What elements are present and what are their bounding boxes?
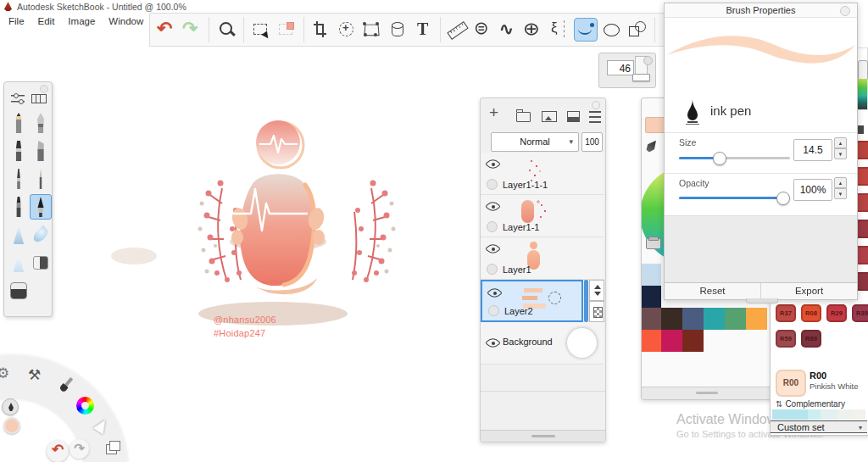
stepper-down-icon[interactable]: ▼ [834,188,847,199]
copic-swatch-r39[interactable]: R39 [852,304,868,322]
water-blend-brush[interactable] [31,223,51,247]
undo-arrow-icon[interactable] [155,19,177,41]
color-puck[interactable] [3,417,20,434]
tools-icon[interactable]: ⚒ [28,366,41,384]
eraser-soft-brush[interactable] [8,279,29,303]
copic-swatch-r89[interactable]: R89 [801,330,821,348]
layer-row-layer2[interactable]: Layer2 [481,280,583,322]
redo-button[interactable]: ↷ [70,439,89,459]
perspective-guide-icon[interactable] [523,19,545,41]
layer-row-layer1-1[interactable]: Layer1-1 [481,195,604,237]
round-brush-brush[interactable] [31,111,51,135]
layer-visibility-icon[interactable] [487,158,500,170]
copic-swatch-r29[interactable]: R29 [826,304,847,322]
redo-arrow-icon[interactable] [181,19,203,41]
palette-swatch[interactable] [661,308,682,330]
layer-style-icon[interactable] [567,111,580,122]
menu-file[interactable]: File [2,15,31,29]
ballpoint-brush[interactable] [8,167,29,191]
layers-close-icon[interactable] [592,101,600,109]
chisel-marker-brush[interactable] [31,139,51,163]
layer-radio[interactable] [487,179,498,190]
menu-edit[interactable]: Edit [31,15,62,29]
ink-pen-brush[interactable] [30,194,52,220]
color-wheel-icon[interactable] [76,397,94,415]
size-stepper[interactable]: ▲▼ [834,137,847,161]
complementary-toggle[interactable]: ⇅Complementary [776,399,845,409]
brush-settings-icon[interactable] [11,93,25,103]
brush-puck[interactable] [2,398,19,415]
palette-swatch[interactable] [641,330,661,352]
undo-button[interactable]: ↶ [47,440,69,462]
palette-options-icon[interactable] [646,238,661,249]
ellipse-shape-icon[interactable] [601,19,623,41]
hue-slider-handle[interactable] [858,60,868,81]
marker-brush[interactable] [8,195,29,219]
layer-group-icon[interactable] [516,112,531,122]
layers-menu-icon[interactable] [589,111,601,123]
smudge-brush[interactable] [8,223,29,247]
color-editor-resize-handle[interactable] [642,387,772,399]
brush-properties-resize-handle[interactable] [746,298,778,303]
layer-lock-transparency-button[interactable] [589,301,604,322]
pencil-brush[interactable] [8,111,29,135]
smudge-soft-brush[interactable] [8,251,29,275]
ruler-icon[interactable] [447,19,469,41]
opacity-slider-thumb[interactable] [776,192,790,205]
palette-swatch[interactable] [746,308,767,330]
stepper-up-icon[interactable]: ▲ [834,137,847,148]
magnifier-icon[interactable] [215,19,237,41]
airbrush-brush[interactable] [8,139,29,163]
menu-window[interactable]: Window [102,15,150,29]
brush-size-slider-thumb[interactable] [632,74,650,81]
layer-visibility-icon[interactable] [487,337,500,348]
shapes-icon[interactable] [626,19,648,41]
palette-swatch[interactable] [641,264,661,286]
liner-brush[interactable] [31,167,51,191]
crop-icon[interactable] [310,19,332,41]
fill-bucket-icon[interactable] [387,19,409,41]
opacity-stepper[interactable]: ▲▼ [834,177,847,201]
layer-visibility-icon[interactable] [487,242,500,254]
palette-close-icon[interactable] [40,85,48,93]
ellipse-guide-icon[interactable] [472,19,494,41]
layer-reorder-button[interactable] [589,280,604,301]
distort-transform-icon[interactable] [361,19,383,41]
puck-close-icon[interactable] [643,56,653,65]
palette-swatch[interactable] [704,308,725,330]
copic-swatch-r37[interactable]: R37 [776,304,796,322]
palette-swatch[interactable] [661,330,682,352]
layer-visibility-icon[interactable] [488,287,502,298]
layer-radio[interactable] [487,221,498,232]
layer-visibility-icon[interactable] [487,200,500,212]
add-layer-icon[interactable]: + [489,103,498,122]
reset-button[interactable]: Reset [665,283,761,299]
layers-resize-handle[interactable] [481,430,605,442]
palette-swatch[interactable] [682,308,704,330]
brush-library-icon[interactable] [31,94,47,103]
export-button[interactable]: Export [761,283,857,299]
selected-copic-swatch[interactable]: R00 [776,370,806,397]
opacity-slider[interactable] [679,197,790,199]
menu-image[interactable]: Image [61,15,102,29]
hue-slider[interactable] [856,47,868,110]
brush-row[interactable]: ink pen [665,92,857,133]
text-tool-icon[interactable] [412,19,434,41]
blend-mode-select[interactable]: Normal▾ [491,132,579,152]
palette-swatch[interactable] [641,308,661,330]
layer-opacity-field[interactable]: 100 [581,132,603,152]
palette-swatch[interactable] [641,286,661,308]
layer-radio[interactable] [487,264,498,275]
palette-swatch[interactable] [682,330,704,352]
steady-stroke-icon[interactable] [574,18,598,42]
layers-icon[interactable] [106,441,120,454]
color-picker-pen-icon[interactable] [644,138,659,154]
stepper-down-icon[interactable]: ▼ [834,148,847,159]
layer-row-layer1[interactable]: Layer1 [481,237,604,280]
eraser-hard-brush[interactable] [31,251,51,275]
quick-select-icon[interactable] [275,19,298,41]
gear-icon[interactable]: ⚙ [0,365,9,382]
layer-row-layer1-1-1[interactable]: Layer1-1-1 [481,153,604,195]
layer-radio[interactable] [488,305,499,316]
brush-size-field[interactable]: 46 [607,60,634,75]
